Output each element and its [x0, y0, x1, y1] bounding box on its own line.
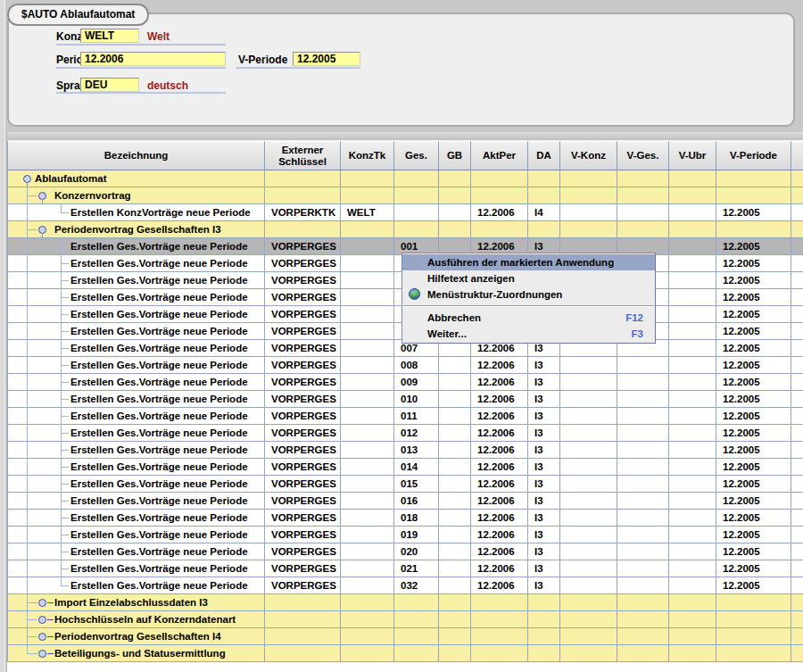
table-row[interactable]: Konzernvortrag — [8, 187, 803, 204]
column-header-aktper[interactable]: AktPer — [471, 141, 528, 170]
vkonz-cell — [560, 425, 617, 442]
tree-node-label: Erstellen Ges.Vorträge neue Periode — [70, 408, 248, 425]
column-header-ext[interactable]: Externer Schlüssel — [265, 141, 341, 170]
tree-expander-icon[interactable] — [38, 616, 46, 624]
menu-item[interactable]: Weiter...F3 — [402, 326, 655, 342]
table-row[interactable]: Periodenvortrag Gesellschaften I4 — [8, 628, 803, 645]
menu-item[interactable]: Ausführen der markierten Anwendung — [402, 254, 655, 270]
tree-expander-icon[interactable] — [38, 633, 46, 641]
tree-cell: Konzernvortrag — [8, 187, 265, 204]
aktper-cell — [471, 594, 528, 611]
tree-line — [62, 263, 69, 264]
gb-cell — [439, 493, 471, 510]
konztk-cell — [341, 425, 394, 442]
ges-cell — [394, 611, 439, 628]
table-row[interactable]: Erstellen Ges.Vorträge neue PeriodeVORPE… — [8, 442, 803, 459]
column-header-vper[interactable]: V-Periode — [716, 141, 791, 170]
vper-cell: 12.2005 — [716, 408, 791, 425]
column-header-vubr[interactable]: V-Ubr — [669, 141, 716, 170]
vubr-cell — [669, 170, 716, 187]
table-row[interactable]: Erstellen Ges.Vorträge neue PeriodeVORPE… — [8, 543, 803, 560]
column-header-konztk[interactable]: KonzTk — [341, 141, 394, 170]
column-header-gb[interactable]: GB — [439, 141, 471, 170]
table-row[interactable]: Erstellen Ges.Vorträge neue PeriodeVORPE… — [8, 476, 803, 493]
tree-line — [27, 374, 28, 391]
ges-cell: 032 — [394, 577, 439, 594]
table-row[interactable]: Hochschlüsseln auf Konzerndatenart — [8, 611, 803, 628]
konzern-tk-input[interactable] — [80, 29, 139, 43]
sprache-input[interactable] — [80, 78, 139, 92]
table-row[interactable]: Import Einzelabschlussdaten I3 — [8, 594, 803, 611]
menu-item[interactable]: Menüstruktur-Zuordnungen — [402, 286, 655, 303]
ext-cell: VORPERGES — [265, 272, 341, 289]
gb-cell — [439, 645, 471, 662]
gb-cell — [439, 187, 471, 204]
tree-cell: Erstellen Ges.Vorträge neue Periode — [8, 459, 265, 476]
tree-line — [27, 442, 28, 459]
gb-cell — [439, 611, 471, 628]
table-row[interactable]: Beteiligungs- und Statusermittlung — [8, 645, 803, 662]
tree-line — [62, 484, 69, 485]
ext-cell: VORPERGES — [265, 459, 341, 476]
table-row[interactable]: Erstellen Ges.Vorträge neue PeriodeVORPE… — [8, 425, 803, 442]
tree-line — [62, 467, 69, 468]
ges-cell: 014 — [394, 459, 439, 476]
da-cell: I3 — [528, 560, 560, 577]
aktper-cell: 12.2006 — [471, 459, 528, 476]
tree-line — [47, 636, 54, 637]
table-row[interactable]: Erstellen KonzVorträge neue PeriodeVORPE… — [8, 204, 803, 221]
column-header-da[interactable]: DA — [528, 141, 560, 170]
ext-cell: VORPERGES — [265, 543, 341, 560]
periode-input[interactable] — [80, 52, 226, 66]
table-row[interactable]: Periodenvortrag Gesellschaften I3 — [8, 221, 803, 238]
tree-line — [27, 408, 28, 425]
table-row[interactable]: Ablaufautomat — [8, 170, 803, 187]
table-row[interactable]: Erstellen Ges.Vorträge neue PeriodeVORPE… — [8, 391, 803, 408]
column-header-bez[interactable]: Bezeichnung — [8, 141, 265, 170]
table-row[interactable]: Erstellen Ges.Vorträge neue PeriodeVORPE… — [8, 357, 803, 374]
konztk-cell — [341, 306, 394, 323]
table-row[interactable]: Erstellen Ges.Vorträge neue PeriodeVORPE… — [8, 459, 803, 476]
ges-cell — [394, 594, 439, 611]
tree-cell: Erstellen Ges.Vorträge neue Periode — [8, 391, 265, 408]
vubr-cell — [669, 611, 716, 628]
tree-line — [62, 433, 69, 434]
vx-cell — [791, 323, 803, 340]
column-header-vx[interactable]: V — [791, 141, 803, 170]
table-row[interactable]: Erstellen Ges.Vorträge neue PeriodeVORPE… — [8, 374, 803, 391]
v-periode-input[interactable] — [293, 52, 360, 66]
ges-cell — [394, 170, 439, 187]
ges-cell: 015 — [394, 476, 439, 493]
tree-expander-icon[interactable] — [38, 599, 46, 607]
tree-node-label: Erstellen Ges.Vorträge neue Periode — [70, 527, 248, 543]
column-header-vkonz[interactable]: V-Konz — [560, 141, 617, 170]
tree-cell: Erstellen Ges.Vorträge neue Periode — [8, 357, 265, 374]
table-row[interactable]: Erstellen Ges.Vorträge neue PeriodeVORPE… — [8, 510, 803, 527]
da-cell — [528, 187, 560, 204]
vper-cell: 12.2005 — [716, 476, 791, 493]
window-tab[interactable]: $AUTO Ablaufautomat — [7, 4, 149, 26]
ext-cell: VORPERGES — [265, 425, 341, 442]
tree-expander-icon[interactable] — [38, 650, 46, 658]
table-row[interactable]: Erstellen Ges.Vorträge neue PeriodeVORPE… — [8, 408, 803, 425]
column-header-vges[interactable]: V-Ges. — [617, 141, 669, 170]
table-row[interactable]: Erstellen Ges.Vorträge neue PeriodeVORPE… — [8, 560, 803, 577]
table-row[interactable]: Erstellen Ges.Vorträge neue PeriodeVORPE… — [8, 577, 803, 594]
ges-cell: 016 — [394, 493, 439, 510]
vubr-cell — [669, 272, 716, 289]
table-row[interactable]: Erstellen Ges.Vorträge neue PeriodeVORPE… — [8, 493, 803, 510]
menu-item[interactable]: AbbrechenF12 — [402, 310, 655, 326]
context-menu: Ausführen der markierten AnwendungHilfet… — [402, 253, 656, 344]
menu-item[interactable]: Hilfetext anzeigen — [402, 270, 655, 286]
vx-cell — [791, 255, 803, 272]
konztk-cell — [341, 238, 394, 255]
column-header-ges[interactable]: Ges. — [394, 141, 439, 170]
vx-cell — [791, 611, 803, 628]
ext-cell: VORPERGES — [265, 476, 341, 493]
vper-cell — [716, 170, 791, 187]
table-row[interactable]: Erstellen Ges.Vorträge neue PeriodeVORPE… — [8, 527, 803, 543]
da-cell: I3 — [528, 527, 560, 543]
da-cell: I3 — [528, 391, 560, 408]
tree-node-label: Erstellen Ges.Vorträge neue Periode — [70, 255, 248, 272]
tree-line — [62, 552, 69, 552]
